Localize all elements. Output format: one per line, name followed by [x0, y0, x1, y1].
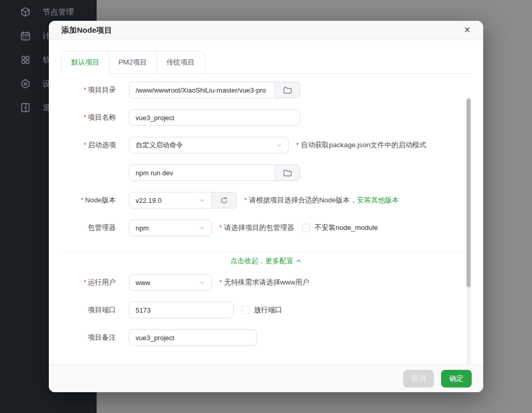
start-option-label: 启动选项 — [88, 141, 116, 149]
browse-folder-button[interactable] — [275, 82, 300, 98]
run-user-select[interactable]: www — [129, 274, 212, 291]
package-manager-label: 包管理器 — [88, 224, 116, 231]
node-version-select[interactable]: v22.19.0 — [129, 192, 212, 209]
tab-legacy-project[interactable]: 传统项目 — [157, 51, 205, 74]
package-manager-select[interactable]: npm — [129, 220, 212, 236]
refresh-node-versions-button[interactable] — [212, 192, 237, 209]
tab-pm2-project[interactable]: PM2项目 — [109, 51, 157, 74]
settings-icon — [20, 78, 31, 89]
project-note-input[interactable] — [129, 329, 257, 346]
browse-command-button[interactable] — [275, 164, 300, 181]
package-manager-row: 包管理器 npm *请选择项目的包管理器 不安装node_module — [61, 220, 471, 236]
project-note-row: 项目备注 — [61, 329, 471, 346]
hint-star: * — [296, 141, 299, 149]
dialog-title: 添加Node项目 — [61, 25, 112, 35]
project-dir-row: *项目目录 — [61, 82, 471, 98]
required-mark: * — [84, 86, 86, 94]
dialog-footer: 取消 确定 — [49, 364, 483, 392]
start-option-select[interactable]: 自定义启动命令 — [129, 137, 289, 153]
node-version-row: *Node版本 v22.19.0 *请根据项目选择合适的Node版本，安装其他版… — [61, 192, 471, 209]
dialog-body: 默认项目 PM2项目 传统项目 *项目目录 *项目名称 *启动选项 — [49, 40, 483, 364]
start-option-hint: 自动获取package.json文件中的启动模式 — [301, 141, 427, 149]
calendar-icon — [20, 30, 31, 42]
start-option-value: 自定义启动命令 — [136, 140, 183, 150]
no-node-module-checkbox[interactable] — [302, 224, 310, 232]
refresh-icon — [220, 197, 228, 204]
folder-icon — [283, 169, 292, 177]
run-user-row: *运行用户 www *无特殊需求请选择www用户 — [61, 274, 471, 291]
install-other-version-link[interactable]: 安装其他版本 — [357, 196, 399, 204]
required-mark: * — [84, 141, 86, 149]
required-mark: * — [84, 278, 86, 286]
cube-icon — [20, 6, 31, 18]
node-version-label: Node版本 — [85, 196, 116, 204]
tab-default-project[interactable]: 默认项目 — [61, 51, 109, 74]
project-port-row: 项目端口 放行端口 — [61, 302, 471, 318]
project-name-label: 项目名称 — [88, 113, 116, 121]
cancel-button[interactable]: 取消 — [403, 370, 434, 388]
chevron-down-icon — [199, 225, 205, 231]
hint-star: * — [219, 278, 222, 286]
project-port-input[interactable] — [129, 302, 234, 318]
project-dir-label: 项目目录 — [88, 86, 116, 94]
required-mark: * — [84, 113, 86, 121]
package-manager-hint: 请选择项目的包管理器 — [224, 224, 294, 231]
package-manager-value: npm — [136, 224, 149, 232]
close-icon[interactable]: ✕ — [464, 26, 471, 34]
confirm-button[interactable]: 确定 — [441, 370, 472, 388]
node-version-value: v22.19.0 — [136, 197, 162, 204]
collapse-link-text: 点击收起，更多配置 — [230, 256, 294, 266]
chevron-down-icon — [276, 142, 282, 148]
allow-port-label: 放行端口 — [254, 305, 282, 315]
project-port-label: 项目端口 — [88, 306, 116, 314]
start-option-row: *启动选项 自定义启动命令 *自动获取package.json文件中的启动模式 — [61, 137, 471, 153]
dialog-header: 添加Node项目 ✕ — [49, 21, 483, 40]
project-note-label: 项目备注 — [88, 333, 116, 341]
folder-icon — [283, 86, 292, 94]
hint-star: * — [219, 224, 222, 231]
apps-icon — [20, 54, 31, 66]
run-user-label: 运行用户 — [88, 278, 116, 286]
scrollbar-thumb[interactable] — [467, 99, 471, 287]
project-dir-input[interactable] — [129, 82, 275, 98]
start-command-input[interactable] — [129, 164, 275, 181]
tab-bar-filler — [205, 51, 471, 74]
no-node-module-label: 不安装node_module — [314, 223, 378, 233]
chevron-down-icon — [199, 279, 205, 286]
chevron-up-icon — [296, 258, 302, 264]
run-user-hint: 无特殊需求请选择www用户 — [224, 278, 309, 286]
run-user-value: www — [136, 279, 150, 287]
add-node-project-dialog: 添加Node项目 ✕ 默认项目 PM2项目 传统项目 *项目目录 *项目名称 — [49, 21, 483, 392]
required-mark: * — [81, 196, 84, 204]
logout-icon — [20, 102, 31, 113]
section-divider — [61, 251, 471, 252]
scrollbar-track[interactable] — [467, 97, 471, 369]
sidebar-item-label: 节点管理 — [43, 7, 74, 17]
collapse-more-config-link[interactable]: 点击收起，更多配置 — [61, 256, 471, 266]
chevron-down-icon — [199, 197, 205, 203]
hint-star: * — [244, 196, 247, 204]
allow-port-checkbox[interactable] — [242, 306, 250, 314]
node-version-hint: 请根据项目选择合适的Node版本， — [249, 196, 357, 204]
project-name-input[interactable] — [129, 109, 300, 126]
tab-bar: 默认项目 PM2项目 传统项目 — [61, 51, 471, 74]
project-name-row: *项目名称 — [61, 109, 471, 126]
start-command-row — [61, 164, 471, 181]
